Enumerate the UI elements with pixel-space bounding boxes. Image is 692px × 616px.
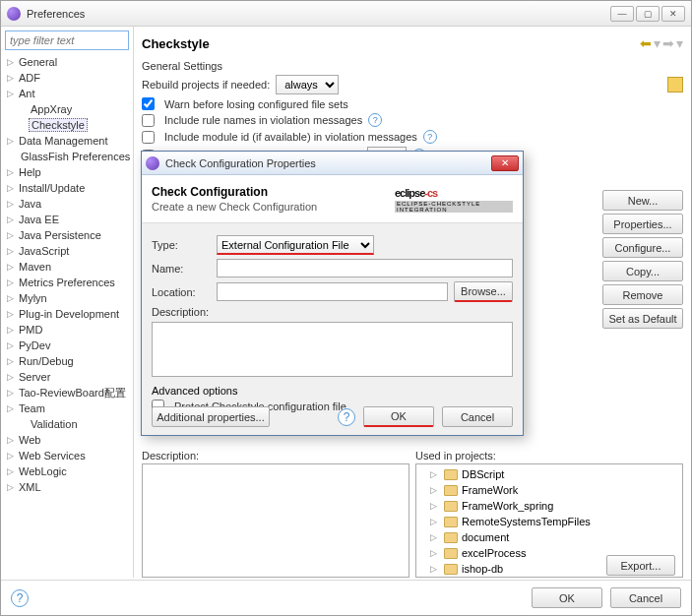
dialog-close-button[interactable]: ✕ [491,155,519,171]
expand-icon: ▷ [7,482,17,492]
project-item[interactable]: ▷document [418,529,680,545]
back-icon[interactable]: ⬅ [640,35,652,51]
tree-item-pmd[interactable]: ▷PMD [5,322,129,338]
tree-item-label: Help [17,166,43,178]
project-item[interactable]: ▷FrameWork_spring [418,498,680,514]
tree-item-general[interactable]: ▷General [5,54,129,70]
help-icon[interactable]: ? [338,408,355,426]
tree-item-xml[interactable]: ▷XML [5,479,129,495]
tree-item-appxray[interactable]: AppXray [5,101,129,117]
help-icon[interactable]: ? [368,113,382,127]
name-input[interactable] [217,259,513,277]
help-icon[interactable]: ? [11,589,29,607]
tree-item-label: ADF [17,72,42,84]
tree-item-glassfish-preferences[interactable]: GlassFish Preferences [5,149,129,164]
include-module-checkbox[interactable] [142,131,155,144]
tree-item-adf[interactable]: ▷ADF [5,70,129,86]
include-rule-checkbox[interactable] [142,114,155,127]
name-label: Name: [152,263,211,275]
type-select[interactable]: External Configuration File [217,235,374,255]
rebuild-label: Rebuild projects if needed: [142,79,270,91]
desc-label: Description: [152,306,211,318]
nav-history: ⬅ ▾ ➡ ▾ [640,35,683,51]
tree-item-label: JavaScript [17,245,71,257]
help-icon[interactable]: ? [423,130,437,144]
dialog-subheading: Create a new Check Configuration [152,201,395,213]
browse-button[interactable]: Browse... [454,281,513,302]
folder-icon [444,501,458,512]
new-button[interactable]: New... [602,190,683,211]
tree-item-data-management[interactable]: ▷Data Management [5,133,129,149]
dialog-heading: Check Configuration [152,185,395,199]
close-button[interactable]: ✕ [661,6,685,22]
tree-item-mylyn[interactable]: ▷Mylyn [5,290,129,306]
forward-menu-icon[interactable]: ▾ [676,35,683,51]
warn-checkbox[interactable] [142,97,155,110]
forward-icon[interactable]: ➡ [662,35,674,51]
expand-icon: ▷ [7,388,17,398]
minimize-button[interactable]: — [610,6,634,22]
tree-item-help[interactable]: ▷Help [5,164,129,180]
rebuild-select[interactable]: always [276,75,339,94]
type-label: Type: [152,239,211,251]
preferences-sidebar: ▷General▷ADF▷AntAppXrayCheckstyle▷Data M… [1,27,134,578]
properties-button[interactable]: Properties... [602,214,683,234]
expand-icon: ▷ [7,403,17,413]
folder-icon [444,532,458,543]
cancel-button[interactable]: Cancel [610,587,681,608]
tree-item-server[interactable]: ▷Server [5,369,129,385]
expand-icon: ▷ [430,469,440,479]
tree-item-run-debug[interactable]: ▷Run/Debug [5,353,129,369]
page-title: Checkstyle [142,36,640,51]
tree-item-weblogic[interactable]: ▷WebLogic [5,463,129,479]
project-item[interactable]: ▷DBScript [418,466,680,482]
tree-item-pydev[interactable]: ▷PyDev [5,338,129,353]
tree-item-web[interactable]: ▷Web [5,432,129,448]
copy-button[interactable]: Copy... [602,261,683,281]
tree-item-tao-reviewboard-[interactable]: ▷Tao-ReviewBoard配置 [5,385,129,400]
export-button[interactable]: Export... [606,555,675,576]
expand-icon: ▷ [7,340,17,350]
dialog-ok-button[interactable]: OK [363,406,434,427]
description-textarea[interactable] [152,322,513,377]
project-item[interactable]: ▷RemoteSystemsTempFiles [418,514,680,529]
tree-item-label: Web Services [17,450,88,462]
tree-item-metrics-preferences[interactable]: ▷Metrics Preferences [5,275,129,290]
tree-item-plug-in-development[interactable]: ▷Plug-in Development [5,306,129,322]
tree-item-team[interactable]: ▷Team [5,400,129,416]
filter-input[interactable] [5,31,129,50]
tree-item-checkstyle[interactable]: Checkstyle [5,117,129,133]
tree-item-web-services[interactable]: ▷Web Services [5,448,129,463]
maximize-button[interactable]: ▢ [636,6,660,22]
ok-button[interactable]: OK [532,587,602,608]
set-default-button[interactable]: Set as Default [602,308,683,329]
tree-item-ant[interactable]: ▷Ant [5,86,129,101]
location-label: Location: [152,286,211,298]
tree-item-label: Tao-ReviewBoard配置 [17,386,128,400]
tree-item-java-ee[interactable]: ▷Java EE [5,212,129,227]
project-item[interactable]: ▷FrameWork [418,482,680,498]
configure-button[interactable]: Configure... [602,237,683,258]
advanced-label: Advanced options [152,385,513,397]
additional-properties-button[interactable]: Additional properties... [152,406,270,427]
tree-item-java[interactable]: ▷Java [5,196,129,212]
back-menu-icon[interactable]: ▾ [654,35,661,51]
tree-item-maven[interactable]: ▷Maven [5,259,129,275]
settings-icon[interactable] [667,77,683,92]
expand-icon: ▷ [7,246,17,256]
tree-item-validation[interactable]: Validation [5,416,129,432]
preferences-tree[interactable]: ▷General▷ADF▷AntAppXrayCheckstyle▷Data M… [5,54,129,495]
tree-item-label: Maven [17,261,53,273]
used-in-projects-label: Used in projects: [415,450,683,462]
location-input[interactable] [217,282,448,301]
remove-button[interactable]: Remove [602,284,683,305]
tree-item-label: Java EE [17,214,61,225]
dialog-cancel-button[interactable]: Cancel [442,406,513,427]
check-config-dialog: Check Configuration Properties ✕ Check C… [141,151,524,436]
project-label: RemoteSystemsTempFiles [462,516,591,527]
expand-icon: ▷ [430,548,440,558]
tree-item-javascript[interactable]: ▷JavaScript [5,243,129,259]
project-label: FrameWork [462,484,518,496]
tree-item-java-persistence[interactable]: ▷Java Persistence [5,227,129,243]
tree-item-install-update[interactable]: ▷Install/Update [5,180,129,196]
